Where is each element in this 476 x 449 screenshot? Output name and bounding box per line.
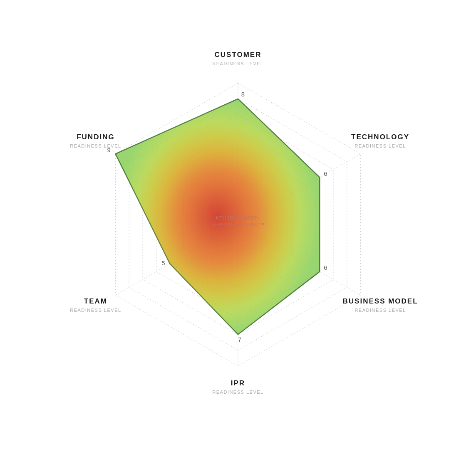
axis-label-main-5: FUNDING bbox=[77, 133, 114, 141]
value-label-axis-1: 6 bbox=[324, 170, 327, 177]
axis-label-sub-5: READINESS LEVEL bbox=[70, 143, 121, 148]
value-label-axis-4: 5 bbox=[161, 259, 165, 266]
axis-label-main-3: IPR bbox=[231, 379, 245, 387]
center-label-line2: READINESS LEVEL™ bbox=[211, 222, 265, 227]
value-label-axis-0: 8 bbox=[241, 91, 245, 98]
axis-label-main-1: TECHNOLOGY bbox=[351, 133, 409, 141]
value-label-axis-2: 6 bbox=[324, 264, 327, 271]
axis-label-sub-0: READINESS LEVEL bbox=[212, 61, 263, 66]
axis-label-sub-1: READINESS LEVEL bbox=[355, 143, 406, 148]
axis-label-sub-4: READINESS LEVEL bbox=[70, 308, 121, 313]
axis-label-main-2: BUSINESS MODEL bbox=[343, 297, 418, 305]
axis-label-main-0: CUSTOMER bbox=[215, 51, 262, 59]
axis-label-sub-2: READINESS LEVEL bbox=[355, 308, 406, 313]
value-label-axis-3: 7 bbox=[238, 336, 241, 343]
radar-chart-container: 895667 KTH INNOVATION READINESS LEVEL™ C… bbox=[0, 0, 476, 449]
center-label-line1: KTH INNOVATION bbox=[216, 215, 260, 220]
axis-label-main-4: TEAM bbox=[84, 297, 107, 305]
axis-label-sub-3: READINESS LEVEL bbox=[212, 390, 263, 395]
